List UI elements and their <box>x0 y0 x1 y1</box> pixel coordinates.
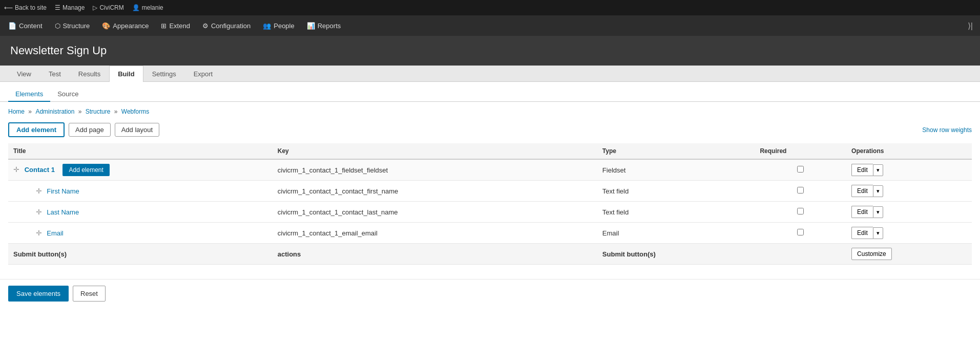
breadcrumb-webforms[interactable]: Webforms <box>121 108 149 115</box>
tab-settings[interactable]: Settings <box>143 66 185 82</box>
contact1-dropdown-button[interactable]: ▾ <box>873 164 883 176</box>
nav-structure[interactable]: ⬡ Structure <box>49 15 96 36</box>
breadcrumb-structure[interactable]: Structure <box>86 108 111 115</box>
firstname-operations-cell: Edit ▾ <box>846 181 972 202</box>
firstname-edit-group: Edit ▾ <box>851 185 967 197</box>
sub-tab-source[interactable]: Source <box>50 87 86 102</box>
table-row: ✛ Contact 1 Add element civicrm_1_contac… <box>8 159 972 181</box>
people-icon: 👥 <box>263 22 271 30</box>
submit-customize-button[interactable]: Customize <box>851 248 892 260</box>
nav-reports[interactable]: 📊 Reports <box>301 15 347 36</box>
drag-handle-contact1[interactable]: ✛ <box>13 165 19 174</box>
manage-menu[interactable]: ☰ Manage <box>55 4 85 11</box>
firstname-type-cell: Text field <box>597 181 755 202</box>
email-required-cell <box>755 223 846 244</box>
breadcrumb-admin[interactable]: Administration <box>35 108 74 115</box>
sub-tab-elements[interactable]: Elements <box>8 87 50 102</box>
firstname-key-cell: civicrm_1_contact_1_contact_first_name <box>273 181 597 202</box>
tab-view[interactable]: View <box>8 66 40 82</box>
email-dropdown-button[interactable]: ▾ <box>873 227 883 239</box>
drag-handle-firstname[interactable]: ✛ <box>36 187 42 195</box>
breadcrumb-sep3: » <box>114 108 119 115</box>
action-buttons-row: Add element Add page Add layout Show row… <box>8 122 972 137</box>
contact1-required-cell <box>755 159 846 181</box>
tab-export[interactable]: Export <box>185 66 222 82</box>
submit-key-cell: actions <box>273 244 597 265</box>
reset-button[interactable]: Reset <box>73 286 106 302</box>
table-row: ✛ Last Name civicrm_1_contact_1_contact_… <box>8 202 972 223</box>
structure-icon: ⬡ <box>55 22 60 30</box>
breadcrumb-home[interactable]: Home <box>8 108 25 115</box>
add-layout-button[interactable]: Add layout <box>115 123 159 137</box>
lastname-operations-cell: Edit ▾ <box>846 202 972 223</box>
firstname-required-cell <box>755 181 846 202</box>
nav-bar: 📄 Content ⬡ Structure 🎨 Appearance ⊞ Ext… <box>0 15 980 36</box>
reports-icon: 📊 <box>307 22 315 30</box>
sub-tabs: Elements Source <box>0 82 980 102</box>
contact1-key-cell: civicrm_1_contact_1_fieldset_fieldset <box>273 159 597 181</box>
col-operations: Operations <box>846 143 972 159</box>
submit-title-cell: Submit button(s) <box>8 244 273 265</box>
email-title-link[interactable]: Email <box>47 229 64 237</box>
email-key-cell: civicrm_1_contact_1_email_email <box>273 223 597 244</box>
lastname-edit-group: Edit ▾ <box>851 206 967 218</box>
drag-handle-email[interactable]: ✛ <box>36 229 42 237</box>
nav-configuration[interactable]: ⚙ Configuration <box>196 15 257 36</box>
table-row: ✛ Email civicrm_1_contact_1_email_email … <box>8 223 972 244</box>
show-row-weights-link[interactable]: Show row weights <box>922 126 972 134</box>
add-page-button[interactable]: Add page <box>69 123 111 137</box>
lastname-dropdown-button[interactable]: ▾ <box>873 206 883 218</box>
email-edit-button[interactable]: Edit <box>851 227 873 239</box>
lastname-required-checkbox[interactable] <box>797 208 804 214</box>
nav-extend[interactable]: ⊞ Extend <box>155 15 196 36</box>
contact1-required-checkbox[interactable] <box>797 166 804 173</box>
extend-icon: ⊞ <box>161 22 166 30</box>
page-content: Elements Source Home » Administration » … <box>0 82 980 344</box>
nav-toggle[interactable]: ⟩| <box>963 15 978 36</box>
contact1-type-cell: Fieldset <box>597 159 755 181</box>
tab-test[interactable]: Test <box>40 66 70 82</box>
lastname-title-link[interactable]: Last Name <box>47 208 79 216</box>
user-menu[interactable]: 👤 melanie <box>132 4 163 11</box>
bottom-actions: Save elements Reset <box>0 279 980 308</box>
appearance-icon: 🎨 <box>102 22 110 30</box>
breadcrumb-sep2: » <box>78 108 84 115</box>
nav-appearance[interactable]: 🎨 Appearance <box>96 15 155 36</box>
contact1-edit-group: Edit ▾ <box>851 164 967 176</box>
elements-table: Title Key Type Required Operations ✛ Con… <box>8 143 972 265</box>
firstname-edit-button[interactable]: Edit <box>851 185 873 197</box>
email-required-checkbox[interactable] <box>797 229 804 235</box>
tab-build[interactable]: Build <box>109 66 143 82</box>
firstname-title-cell: ✛ First Name <box>8 181 273 202</box>
lastname-key-cell: civicrm_1_contact_1_contact_last_name <box>273 202 597 223</box>
lastname-edit-button[interactable]: Edit <box>851 206 873 218</box>
configuration-icon: ⚙ <box>202 22 208 30</box>
firstname-dropdown-button[interactable]: ▾ <box>873 185 883 197</box>
firstname-required-checkbox[interactable] <box>797 187 804 193</box>
menu-icon: ☰ <box>55 4 60 11</box>
save-elements-button[interactable]: Save elements <box>8 286 69 302</box>
drag-handle-lastname[interactable]: ✛ <box>36 208 42 216</box>
table-row: ✛ First Name civicrm_1_contact_1_contact… <box>8 181 972 202</box>
back-to-site[interactable]: ⟵ Back to site <box>4 4 47 11</box>
email-title-cell: ✛ Email <box>8 223 273 244</box>
lastname-required-cell <box>755 202 846 223</box>
nav-people[interactable]: 👥 People <box>257 15 300 36</box>
add-element-button[interactable]: Add element <box>8 122 65 137</box>
page-title-area: Newsletter Sign Up <box>0 36 980 66</box>
contact1-title-link[interactable]: Contact 1 <box>25 166 55 174</box>
civicrm-menu[interactable]: ▷ CiviCRM <box>93 4 123 11</box>
email-type-cell: Email <box>597 223 755 244</box>
contact1-add-element-button[interactable]: Add element <box>62 164 109 176</box>
col-title: Title <box>8 143 273 159</box>
nav-content[interactable]: 📄 Content <box>2 15 49 36</box>
firstname-title-link[interactable]: First Name <box>47 187 79 195</box>
contact1-title-cell: ✛ Contact 1 Add element <box>8 159 273 181</box>
col-required: Required <box>755 143 846 159</box>
submit-required-cell <box>755 244 846 265</box>
submit-operations-cell: Customize <box>846 244 972 265</box>
contact1-edit-button[interactable]: Edit <box>851 164 873 176</box>
tab-results[interactable]: Results <box>70 66 109 82</box>
user-icon: 👤 <box>132 4 140 11</box>
lastname-title-cell: ✛ Last Name <box>8 202 273 223</box>
